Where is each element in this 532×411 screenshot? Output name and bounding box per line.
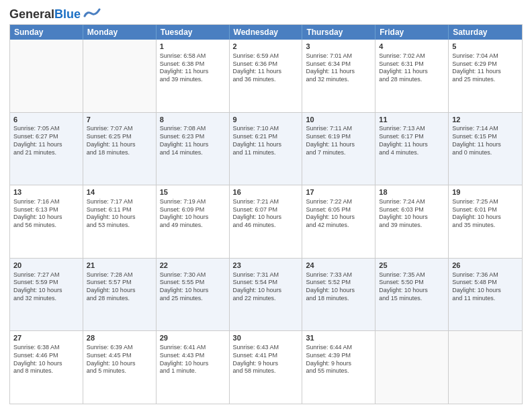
day-number: 30	[233, 333, 299, 343]
day-number: 11	[379, 115, 445, 125]
cell-info: Sunrise: 7:22 AM Sunset: 6:05 PM Dayligh…	[306, 198, 371, 230]
calendar-cell: 29Sunrise: 6:41 AM Sunset: 4:43 PM Dayli…	[157, 331, 230, 404]
cell-info: Sunrise: 7:16 AM Sunset: 6:13 PM Dayligh…	[13, 198, 79, 230]
logo-text: GeneralBlue	[9, 8, 81, 20]
cell-info: Sunrise: 6:39 AM Sunset: 4:45 PM Dayligh…	[87, 344, 152, 375]
calendar-cell: 27Sunrise: 6:38 AM Sunset: 4:46 PM Dayli…	[10, 331, 83, 404]
logo-general: General	[9, 7, 54, 21]
calendar-cell: 6Sunrise: 7:05 AM Sunset: 6:27 PM Daylig…	[10, 113, 83, 185]
day-number: 22	[160, 261, 226, 271]
calendar-cell: 1Sunrise: 6:58 AM Sunset: 6:38 PM Daylig…	[157, 40, 230, 112]
cell-info: Sunrise: 7:28 AM Sunset: 5:57 PM Dayligh…	[87, 271, 152, 303]
calendar-cell: 19Sunrise: 7:25 AM Sunset: 6:01 PM Dayli…	[449, 185, 522, 258]
calendar-cell: 15Sunrise: 7:19 AM Sunset: 6:09 PM Dayli…	[157, 185, 230, 258]
calendar-cell: 5Sunrise: 7:04 AM Sunset: 6:29 PM Daylig…	[449, 40, 522, 112]
calendar-cell: 28Sunrise: 6:39 AM Sunset: 4:45 PM Dayli…	[83, 331, 157, 404]
day-number: 12	[452, 115, 519, 125]
calendar-cell: 11Sunrise: 7:13 AM Sunset: 6:17 PM Dayli…	[375, 113, 449, 185]
calendar-row-0: 1Sunrise: 6:58 AM Sunset: 6:38 PM Daylig…	[10, 40, 522, 112]
calendar-cell: 18Sunrise: 7:24 AM Sunset: 6:03 PM Dayli…	[375, 185, 449, 258]
cal-header-saturday: Saturday	[449, 25, 522, 40]
calendar: SundayMondayTuesdayWednesdayThursdayFrid…	[9, 24, 523, 404]
calendar-row-2: 13Sunrise: 7:16 AM Sunset: 6:13 PM Dayli…	[10, 185, 522, 258]
cell-info: Sunrise: 7:17 AM Sunset: 6:11 PM Dayligh…	[87, 198, 152, 230]
calendar-cell: 14Sunrise: 7:17 AM Sunset: 6:11 PM Dayli…	[83, 185, 157, 258]
header: GeneralBlue	[9, 7, 523, 21]
day-number: 3	[306, 42, 371, 52]
day-number: 23	[233, 261, 299, 271]
day-number: 18	[379, 187, 445, 197]
cell-info: Sunrise: 6:59 AM Sunset: 6:36 PM Dayligh…	[233, 52, 299, 84]
day-number: 8	[160, 115, 226, 125]
cell-info: Sunrise: 7:05 AM Sunset: 6:27 PM Dayligh…	[13, 125, 79, 156]
calendar-header-row: SundayMondayTuesdayWednesdayThursdayFrid…	[10, 25, 522, 40]
cell-info: Sunrise: 7:11 AM Sunset: 6:19 PM Dayligh…	[306, 125, 371, 156]
cell-info: Sunrise: 7:04 AM Sunset: 6:29 PM Dayligh…	[452, 52, 519, 84]
cell-info: Sunrise: 6:38 AM Sunset: 4:46 PM Dayligh…	[13, 344, 79, 375]
cell-info: Sunrise: 7:24 AM Sunset: 6:03 PM Dayligh…	[379, 198, 445, 230]
calendar-cell: 21Sunrise: 7:28 AM Sunset: 5:57 PM Dayli…	[83, 259, 157, 331]
cell-info: Sunrise: 7:25 AM Sunset: 6:01 PM Dayligh…	[452, 198, 519, 230]
cell-info: Sunrise: 7:19 AM Sunset: 6:09 PM Dayligh…	[160, 198, 226, 230]
calendar-cell: 9Sunrise: 7:10 AM Sunset: 6:21 PM Daylig…	[230, 113, 303, 185]
cal-header-sunday: Sunday	[10, 25, 83, 40]
day-number: 16	[233, 187, 299, 197]
logo: GeneralBlue	[9, 7, 101, 21]
day-number: 1	[160, 42, 226, 52]
calendar-cell: 22Sunrise: 7:30 AM Sunset: 5:55 PM Dayli…	[157, 259, 230, 331]
day-number: 26	[452, 261, 519, 271]
cal-header-thursday: Thursday	[302, 25, 375, 40]
day-number: 9	[233, 115, 299, 125]
day-number: 29	[160, 333, 226, 343]
cal-header-friday: Friday	[375, 25, 449, 40]
calendar-cell: 25Sunrise: 7:35 AM Sunset: 5:50 PM Dayli…	[375, 259, 449, 331]
calendar-cell: 16Sunrise: 7:21 AM Sunset: 6:07 PM Dayli…	[230, 185, 303, 258]
cal-header-wednesday: Wednesday	[230, 25, 303, 40]
cell-info: Sunrise: 7:01 AM Sunset: 6:34 PM Dayligh…	[306, 52, 371, 84]
day-number: 20	[13, 261, 79, 271]
day-number: 24	[306, 261, 371, 271]
cell-info: Sunrise: 7:13 AM Sunset: 6:17 PM Dayligh…	[379, 125, 445, 156]
cal-header-monday: Monday	[83, 25, 157, 40]
page: GeneralBlue SundayMondayTuesdayWednesday…	[0, 0, 532, 411]
cell-info: Sunrise: 7:07 AM Sunset: 6:25 PM Dayligh…	[87, 125, 152, 156]
day-number: 10	[306, 115, 371, 125]
calendar-cell: 26Sunrise: 7:36 AM Sunset: 5:48 PM Dayli…	[449, 259, 522, 331]
day-number: 17	[306, 187, 371, 197]
cell-info: Sunrise: 7:14 AM Sunset: 6:15 PM Dayligh…	[452, 125, 519, 156]
day-number: 27	[13, 333, 79, 343]
cell-info: Sunrise: 7:27 AM Sunset: 5:59 PM Dayligh…	[13, 271, 79, 303]
calendar-cell: 17Sunrise: 7:22 AM Sunset: 6:05 PM Dayli…	[302, 185, 375, 258]
calendar-cell: 8Sunrise: 7:08 AM Sunset: 6:23 PM Daylig…	[157, 113, 230, 185]
day-number: 5	[452, 42, 519, 52]
cell-info: Sunrise: 7:31 AM Sunset: 5:54 PM Dayligh…	[233, 271, 299, 303]
day-number: 25	[379, 261, 445, 271]
cal-header-tuesday: Tuesday	[157, 25, 230, 40]
calendar-cell: 30Sunrise: 6:43 AM Sunset: 4:41 PM Dayli…	[230, 331, 303, 404]
calendar-cell	[449, 331, 522, 404]
calendar-cell: 7Sunrise: 7:07 AM Sunset: 6:25 PM Daylig…	[83, 113, 157, 185]
logo-blue: Blue	[54, 7, 81, 21]
day-number: 2	[233, 42, 299, 52]
day-number: 31	[306, 333, 371, 343]
calendar-cell	[375, 331, 449, 404]
cell-info: Sunrise: 7:02 AM Sunset: 6:31 PM Dayligh…	[379, 52, 445, 84]
cell-info: Sunrise: 6:43 AM Sunset: 4:41 PM Dayligh…	[233, 344, 299, 375]
cell-info: Sunrise: 6:58 AM Sunset: 6:38 PM Dayligh…	[160, 52, 226, 84]
calendar-cell: 24Sunrise: 7:33 AM Sunset: 5:52 PM Dayli…	[302, 259, 375, 331]
cell-info: Sunrise: 7:36 AM Sunset: 5:48 PM Dayligh…	[452, 271, 519, 303]
calendar-cell: 10Sunrise: 7:11 AM Sunset: 6:19 PM Dayli…	[302, 113, 375, 185]
cell-info: Sunrise: 7:35 AM Sunset: 5:50 PM Dayligh…	[379, 271, 445, 303]
cell-info: Sunrise: 7:21 AM Sunset: 6:07 PM Dayligh…	[233, 198, 299, 230]
calendar-row-3: 20Sunrise: 7:27 AM Sunset: 5:59 PM Dayli…	[10, 258, 522, 331]
calendar-cell: 23Sunrise: 7:31 AM Sunset: 5:54 PM Dayli…	[230, 259, 303, 331]
calendar-cell: 12Sunrise: 7:14 AM Sunset: 6:15 PM Dayli…	[449, 113, 522, 185]
day-number: 28	[87, 333, 152, 343]
cell-info: Sunrise: 7:10 AM Sunset: 6:21 PM Dayligh…	[233, 125, 299, 156]
day-number: 14	[87, 187, 152, 197]
calendar-row-1: 6Sunrise: 7:05 AM Sunset: 6:27 PM Daylig…	[10, 112, 522, 185]
calendar-body: 1Sunrise: 6:58 AM Sunset: 6:38 PM Daylig…	[10, 40, 522, 404]
day-number: 4	[379, 42, 445, 52]
logo-wave-icon	[82, 7, 101, 21]
cell-info: Sunrise: 7:33 AM Sunset: 5:52 PM Dayligh…	[306, 271, 371, 303]
